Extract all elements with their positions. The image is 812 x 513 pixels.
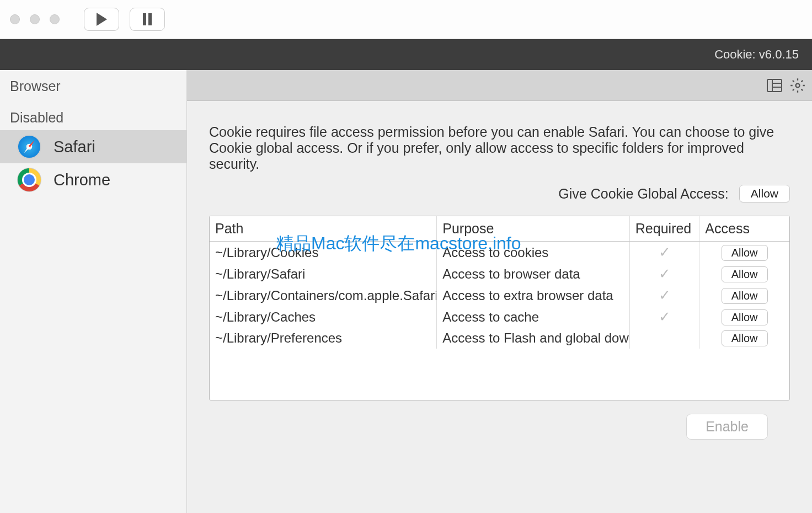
check-icon: ✓: [659, 287, 671, 303]
col-required[interactable]: Required: [629, 216, 699, 242]
global-allow-button[interactable]: Allow: [739, 185, 790, 202]
path-cell: ~/Library/Cookies: [210, 242, 437, 264]
check-icon: ✓: [659, 265, 671, 282]
close-window-icon[interactable]: [10, 14, 20, 24]
permissions-table: Path Purpose Required Access ~/Library/C…: [209, 216, 790, 400]
svg-rect-3: [767, 79, 782, 92]
sidebar-item-label: Safari: [54, 138, 95, 156]
check-icon: ✓: [659, 244, 671, 260]
required-cell: ✓: [629, 306, 699, 328]
col-path[interactable]: Path: [210, 216, 437, 242]
table-row[interactable]: ~/Library/SafariAccess to browser data✓A…: [210, 263, 789, 285]
sidebar-item-chrome[interactable]: Chrome: [0, 163, 186, 196]
table-row[interactable]: ~/Library/Containers/com.apple.SafariAcc…: [210, 285, 789, 306]
purpose-cell: Access to Flash and global downloads: [437, 328, 630, 349]
content-toolbar: [187, 70, 812, 101]
play-button[interactable]: [84, 8, 119, 31]
purpose-cell: Access to browser data: [437, 263, 630, 285]
pause-button[interactable]: [130, 8, 165, 31]
sidebar-item-label: Chrome: [54, 171, 110, 189]
access-cell: Allow: [699, 285, 789, 306]
table-row[interactable]: ~/Library/CookiesAccess to cookies✓Allow: [210, 242, 789, 264]
purpose-cell: Access to cache: [437, 306, 630, 328]
svg-rect-1: [143, 13, 146, 25]
window-controls: [10, 14, 60, 24]
allow-button[interactable]: Allow: [722, 245, 768, 261]
access-cell: Allow: [699, 328, 789, 349]
check-icon: ✓: [659, 308, 671, 325]
path-cell: ~/Library/Preferences: [210, 328, 437, 349]
content-pane: Cookie requires file access permission b…: [187, 70, 812, 513]
col-access[interactable]: Access: [699, 216, 789, 242]
allow-button[interactable]: Allow: [722, 330, 768, 346]
path-cell: ~/Library/Safari: [210, 263, 437, 285]
required-cell: [629, 328, 699, 349]
col-purpose[interactable]: Purpose: [437, 216, 630, 242]
access-cell: Allow: [699, 242, 789, 264]
gear-icon[interactable]: [788, 76, 806, 94]
purpose-cell: Access to cookies: [437, 242, 630, 264]
path-cell: ~/Library/Containers/com.apple.Safari: [210, 285, 437, 306]
safari-icon: [17, 135, 41, 159]
svg-point-7: [795, 83, 799, 87]
access-cell: Allow: [699, 263, 789, 285]
version-bar: Cookie: v6.0.15: [0, 39, 812, 70]
minimize-window-icon[interactable]: [30, 14, 40, 24]
permission-notice: Cookie requires file access permission b…: [209, 124, 790, 172]
global-access-label: Give Cookie Global Access:: [558, 186, 728, 202]
required-cell: ✓: [629, 285, 699, 306]
chrome-icon: [17, 168, 41, 192]
version-label: Cookie: v6.0.15: [714, 47, 799, 62]
zoom-window-icon[interactable]: [50, 14, 60, 24]
required-cell: ✓: [629, 263, 699, 285]
allow-button[interactable]: Allow: [722, 266, 768, 282]
table-header-row: Path Purpose Required Access: [210, 216, 789, 242]
svg-rect-2: [148, 13, 152, 25]
table-row[interactable]: ~/Library/CachesAccess to cache✓Allow: [210, 306, 789, 328]
path-cell: ~/Library/Caches: [210, 306, 437, 328]
allow-button[interactable]: Allow: [722, 309, 768, 325]
pause-icon: [142, 13, 153, 26]
sidebar-item-safari[interactable]: Safari: [0, 130, 186, 163]
table-row[interactable]: ~/Library/PreferencesAccess to Flash and…: [210, 328, 789, 349]
play-icon: [95, 12, 108, 26]
sidebar-header: Browser: [0, 70, 186, 100]
titlebar: [0, 0, 812, 39]
enable-button[interactable]: Enable: [686, 414, 768, 440]
required-cell: ✓: [629, 242, 699, 264]
access-cell: Allow: [699, 306, 789, 328]
allow-button[interactable]: Allow: [722, 288, 768, 304]
purpose-cell: Access to extra browser data: [437, 285, 630, 306]
svg-marker-0: [97, 13, 107, 26]
sidebar: Browser Disabled SafariChrome: [0, 70, 187, 513]
global-access-row: Give Cookie Global Access: Allow: [209, 185, 790, 202]
sidebar-section-disabled: Disabled: [0, 100, 186, 130]
list-view-icon[interactable]: [765, 76, 783, 94]
